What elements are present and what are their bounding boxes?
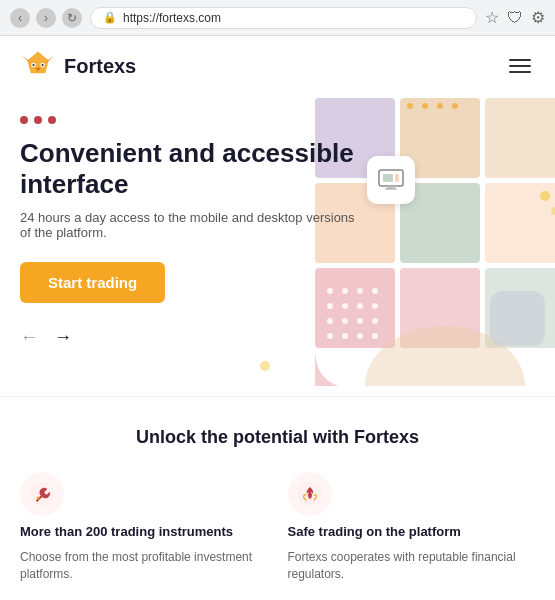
hero-subtitle: 24 hours a day access to the mobile and … [20, 210, 360, 240]
svg-point-6 [41, 64, 43, 66]
feature-item-2: Safe trading on the platform Fortexs coo… [288, 472, 536, 582]
browser-actions: ☆ 🛡 ⚙ [485, 8, 545, 27]
lock-icon: 🔒 [103, 11, 117, 24]
start-trading-button[interactable]: Start trading [20, 262, 165, 303]
url-text: https://fortexs.com [123, 11, 221, 25]
hamburger-line-2 [509, 65, 531, 67]
feature-icon-safe [288, 472, 332, 516]
feature-item-1: More than 200 trading instruments Choose… [20, 472, 268, 582]
browser-controls: ‹ › ↻ [10, 8, 82, 28]
wrench-icon [28, 480, 56, 508]
feature-title-2: Safe trading on the platform [288, 524, 536, 541]
device-icon [367, 156, 415, 204]
accent-dot-2 [34, 116, 42, 124]
logo-text: Fortexs [64, 55, 136, 78]
svg-point-29 [357, 318, 363, 324]
forward-button[interactable]: › [36, 8, 56, 28]
svg-point-26 [372, 303, 378, 309]
refresh-button[interactable]: ↻ [62, 8, 82, 28]
svg-point-21 [357, 288, 363, 294]
svg-rect-46 [395, 174, 399, 182]
hero-navigation: ← → [20, 327, 535, 348]
shield-icon: 🛡 [507, 9, 523, 27]
svg-point-48 [37, 497, 40, 500]
svg-point-39 [540, 191, 550, 201]
hamburger-line-3 [509, 71, 531, 73]
page: Fortexs [0, 36, 555, 600]
feature-desc-2: Fortexs cooperates with reputable financ… [288, 549, 536, 583]
settings-icon[interactable]: ⚙ [531, 8, 545, 27]
accent-dot-1 [20, 116, 28, 124]
svg-point-22 [372, 288, 378, 294]
svg-point-24 [342, 303, 348, 309]
svg-point-37 [437, 103, 443, 109]
hamburger-menu[interactable] [505, 55, 535, 77]
accent-dot-3 [48, 116, 56, 124]
feature-title-1: More than 200 trading instruments [20, 524, 268, 541]
svg-point-41 [260, 361, 270, 371]
svg-point-23 [327, 303, 333, 309]
logo-icon [20, 48, 56, 84]
back-button[interactable]: ‹ [10, 8, 30, 28]
hands-icon [296, 480, 324, 508]
hero-title: Convenient and accessible interface [20, 138, 360, 200]
feature-icon-trading [20, 472, 64, 516]
hamburger-line-1 [509, 59, 531, 61]
prev-slide-arrow[interactable]: ← [20, 327, 38, 348]
svg-point-5 [32, 64, 34, 66]
svg-point-19 [327, 288, 333, 294]
svg-point-30 [372, 318, 378, 324]
hero-section: Convenient and accessible interface 24 h… [0, 96, 555, 396]
svg-rect-45 [383, 174, 393, 182]
unlock-section: Unlock the potential with Fortexs More t… [0, 396, 555, 600]
svg-point-28 [342, 318, 348, 324]
svg-point-27 [327, 318, 333, 324]
address-bar[interactable]: 🔒 https://fortexs.com [90, 7, 477, 29]
features-grid: More than 200 trading instruments Choose… [20, 472, 535, 582]
svg-point-25 [357, 303, 363, 309]
monitor-icon [377, 166, 405, 194]
svg-rect-10 [485, 98, 555, 178]
star-icon[interactable]: ☆ [485, 8, 499, 27]
svg-point-20 [342, 288, 348, 294]
unlock-title: Unlock the potential with Fortexs [20, 427, 535, 448]
svg-point-36 [422, 103, 428, 109]
next-slide-arrow[interactable]: → [54, 327, 72, 348]
feature-desc-1: Choose from the most profitable investme… [20, 549, 268, 583]
site-header: Fortexs [0, 36, 555, 96]
svg-point-38 [452, 103, 458, 109]
browser-bar: ‹ › ↻ 🔒 https://fortexs.com ☆ 🛡 ⚙ [0, 0, 555, 36]
svg-point-35 [407, 103, 413, 109]
logo[interactable]: Fortexs [20, 48, 136, 84]
